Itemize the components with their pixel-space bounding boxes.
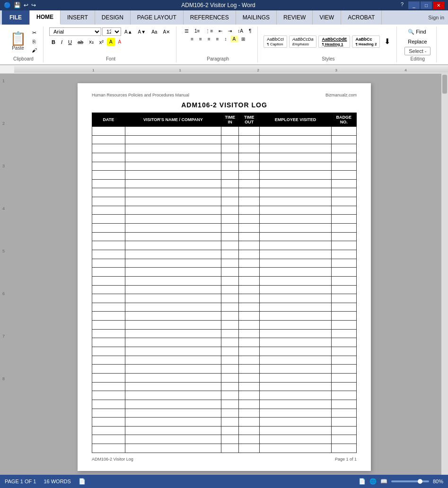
bold-button[interactable]: B	[49, 38, 58, 46]
tab-review[interactable]: REVIEW	[277, 10, 313, 25]
table-cell-33-0[interactable]	[92, 418, 125, 427]
table-cell-33-2[interactable]	[221, 418, 239, 427]
table-cell-9-0[interactable]	[92, 206, 125, 215]
table-cell-30-4[interactable]	[260, 391, 331, 400]
table-cell-9-5[interactable]	[331, 206, 356, 215]
table-cell-14-4[interactable]	[260, 250, 331, 259]
table-cell-2-2[interactable]	[221, 144, 239, 153]
table-cell-25-1[interactable]	[125, 347, 221, 356]
help-icon[interactable]: ?	[401, 1, 404, 9]
table-cell-10-2[interactable]	[221, 215, 239, 224]
table-cell-23-0[interactable]	[92, 329, 125, 338]
strikethrough-button[interactable]: ab	[75, 38, 86, 46]
table-cell-20-5[interactable]	[331, 303, 356, 312]
table-cell-18-1[interactable]	[125, 285, 221, 294]
table-cell-29-3[interactable]	[239, 382, 260, 391]
table-cell-32-0[interactable]	[92, 409, 125, 418]
table-cell-29-2[interactable]	[221, 382, 239, 391]
table-cell-15-1[interactable]	[125, 259, 221, 268]
style-heading1[interactable]: AaBbCcDdE¶ Heading 1	[318, 35, 350, 48]
tab-insert[interactable]: INSERT	[61, 10, 95, 25]
table-cell-6-4[interactable]	[260, 179, 331, 188]
table-cell-14-2[interactable]	[221, 250, 239, 259]
table-cell-28-2[interactable]	[221, 373, 239, 382]
table-cell-13-3[interactable]	[239, 241, 260, 250]
table-cell-27-3[interactable]	[239, 365, 260, 374]
table-cell-19-4[interactable]	[260, 294, 331, 303]
table-cell-9-2[interactable]	[221, 206, 239, 215]
table-cell-8-3[interactable]	[239, 197, 260, 206]
table-cell-21-0[interactable]	[92, 312, 125, 321]
table-cell-19-2[interactable]	[221, 294, 239, 303]
table-cell-36-2[interactable]	[221, 444, 239, 453]
table-cell-28-3[interactable]	[239, 373, 260, 382]
table-cell-0-1[interactable]	[125, 127, 221, 136]
subscript-button[interactable]: x₂	[87, 38, 96, 46]
style-caption[interactable]: AaBbCcI¶ Caption	[264, 35, 287, 48]
table-cell-33-5[interactable]	[331, 418, 356, 427]
table-cell-24-3[interactable]	[239, 338, 260, 347]
table-cell-10-3[interactable]	[239, 215, 260, 224]
minimize-button[interactable]: _	[408, 1, 420, 9]
table-cell-18-3[interactable]	[239, 285, 260, 294]
table-cell-19-3[interactable]	[239, 294, 260, 303]
align-left-button[interactable]: ≡	[188, 35, 196, 43]
table-cell-35-2[interactable]	[221, 435, 239, 444]
table-cell-9-3[interactable]	[239, 206, 260, 215]
tab-acrobat[interactable]: ACROBAT	[341, 10, 382, 25]
grow-font-button[interactable]: A▲	[122, 27, 135, 36]
table-cell-27-5[interactable]	[331, 365, 356, 374]
table-cell-13-1[interactable]	[125, 241, 221, 250]
table-cell-31-3[interactable]	[239, 400, 260, 409]
table-cell-22-1[interactable]	[125, 321, 221, 330]
table-cell-28-1[interactable]	[125, 373, 221, 382]
table-cell-2-5[interactable]	[331, 144, 356, 153]
table-cell-6-2[interactable]	[221, 179, 239, 188]
table-cell-31-2[interactable]	[221, 400, 239, 409]
table-cell-29-1[interactable]	[125, 382, 221, 391]
table-cell-4-0[interactable]	[92, 162, 125, 171]
table-cell-6-1[interactable]	[125, 179, 221, 188]
table-cell-34-2[interactable]	[221, 426, 239, 435]
table-cell-23-4[interactable]	[260, 329, 331, 338]
table-cell-22-0[interactable]	[92, 321, 125, 330]
multilevel-list-button[interactable]: ⋮≡	[203, 27, 215, 35]
select-button[interactable]: Select -	[404, 47, 430, 55]
table-cell-20-1[interactable]	[125, 303, 221, 312]
table-cell-24-5[interactable]	[331, 338, 356, 347]
close-button[interactable]: ✕	[433, 1, 444, 9]
maximize-button[interactable]: □	[421, 1, 432, 9]
table-cell-3-5[interactable]	[331, 153, 356, 162]
table-cell-2-1[interactable]	[125, 144, 221, 153]
format-painter-button[interactable]: 🖌	[29, 46, 39, 54]
table-cell-20-0[interactable]	[92, 303, 125, 312]
table-cell-23-3[interactable]	[239, 329, 260, 338]
table-cell-36-0[interactable]	[92, 444, 125, 453]
table-cell-22-2[interactable]	[221, 321, 239, 330]
quick-access-redo[interactable]: ↪	[31, 2, 36, 9]
table-cell-28-0[interactable]	[92, 373, 125, 382]
shrink-font-button[interactable]: A▼	[136, 27, 149, 36]
table-cell-4-5[interactable]	[331, 162, 356, 171]
table-cell-10-0[interactable]	[92, 215, 125, 224]
table-cell-24-4[interactable]	[260, 338, 331, 347]
align-center-button[interactable]: ≡	[197, 35, 204, 43]
tab-mailings[interactable]: MAILINGS	[236, 10, 277, 25]
table-cell-13-0[interactable]	[92, 241, 125, 250]
table-cell-1-4[interactable]	[260, 135, 331, 144]
align-right-button[interactable]: ≡	[205, 35, 213, 43]
table-cell-17-1[interactable]	[125, 276, 221, 285]
table-cell-7-3[interactable]	[239, 188, 260, 197]
table-cell-17-4[interactable]	[260, 276, 331, 285]
table-cell-27-1[interactable]	[125, 365, 221, 374]
tab-page-layout[interactable]: PAGE LAYOUT	[131, 10, 184, 25]
table-cell-13-4[interactable]	[260, 241, 331, 250]
table-cell-22-5[interactable]	[331, 321, 356, 330]
decrease-indent-button[interactable]: ⇤	[216, 27, 225, 35]
table-cell-11-5[interactable]	[331, 224, 356, 233]
table-cell-31-0[interactable]	[92, 400, 125, 409]
table-cell-25-3[interactable]	[239, 347, 260, 356]
table-cell-17-5[interactable]	[331, 276, 356, 285]
table-cell-5-0[interactable]	[92, 171, 125, 180]
table-cell-3-3[interactable]	[239, 153, 260, 162]
